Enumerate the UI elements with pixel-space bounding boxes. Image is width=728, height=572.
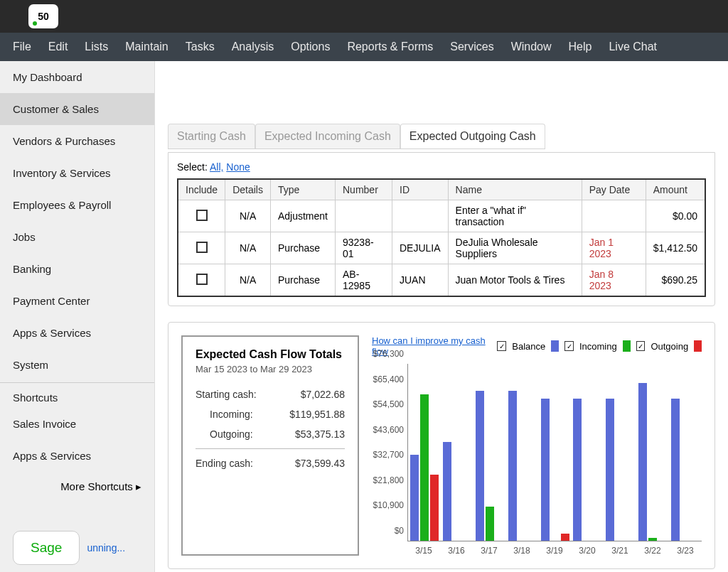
cell-id	[392, 200, 449, 232]
cell-details: N/A	[225, 264, 271, 297]
cash-flow-tabs: Starting Cash Expected Incoming Cash Exp…	[168, 124, 545, 149]
table-row: N/APurchaseAB-12985JUANJuan Motor Tools …	[178, 264, 705, 297]
bar-balance	[410, 455, 419, 541]
col-number: Number	[336, 179, 392, 200]
menu-window[interactable]: Window	[511, 41, 552, 53]
legend-outgoing-checkbox[interactable]: ✓	[636, 341, 646, 351]
shortcut-apps-services[interactable]: Apps & Services	[0, 440, 154, 472]
table-row: N/APurchase93238-01DEJULIADeJulia Wholes…	[178, 232, 705, 264]
bar-balance	[573, 399, 582, 541]
col-amount: Amount	[646, 179, 705, 200]
bar-group	[408, 364, 441, 541]
shortcut-sales-invoice[interactable]: Sales Invoice	[0, 408, 154, 440]
legend-balance-swatch	[551, 340, 559, 352]
cell-amount: $0.00	[646, 200, 705, 232]
menu-reports-forms[interactable]: Reports & Forms	[347, 41, 433, 53]
chart-legend: How can I improve my cash flow ✓ Balance…	[372, 335, 702, 357]
col-name: Name	[448, 179, 582, 200]
bar-balance	[508, 391, 517, 541]
expected-cash-flow-totals-card: Expected Cash Flow Totals Mar 15 2023 to…	[181, 335, 359, 556]
bar-outgoing	[561, 534, 569, 541]
cell-details: N/A	[225, 232, 271, 264]
incoming-value: $119,951.88	[289, 409, 345, 420]
running-status: unning...	[87, 542, 125, 554]
legend-balance-label: Balance	[512, 341, 545, 352]
totals-date-range: Mar 15 2023 to Mar 29 2023	[196, 364, 345, 374]
brand-logo: Sage	[13, 531, 80, 565]
y-axis-tick: $43,600	[368, 425, 404, 435]
menu-maintain[interactable]: Maintain	[125, 41, 168, 53]
select-label: Select:	[177, 161, 208, 173]
starting-cash-value: $7,022.68	[301, 389, 345, 400]
bar-balance	[606, 399, 614, 541]
menubar: File Edit Lists Maintain Tasks Analysis …	[0, 33, 728, 61]
bar-incoming	[648, 538, 657, 541]
menu-file[interactable]: File	[13, 41, 31, 53]
menu-services[interactable]: Services	[450, 41, 493, 53]
bar-group	[669, 364, 702, 541]
table-row: N/AAdjustmentEnter a "what if" transacti…	[178, 200, 705, 232]
sidebar-item-banking[interactable]: Banking	[0, 253, 154, 285]
x-axis-tick: 3/22	[636, 541, 669, 556]
select-none-link[interactable]: None	[226, 161, 250, 173]
legend-incoming-label: Incoming	[579, 341, 617, 352]
more-shortcuts-link[interactable]: More Shortcuts ▸	[0, 472, 154, 502]
x-axis-tick: 3/16	[440, 541, 473, 556]
menu-lists[interactable]: Lists	[85, 41, 108, 53]
cell-paydate: Jan 1 2023	[582, 232, 646, 264]
sidebar-item-my-dashboard[interactable]: My Dashboard	[0, 61, 154, 93]
cell-name: DeJulia Wholesale Suppliers	[448, 232, 582, 264]
sidebar-item-vendors-purchases[interactable]: Vendors & Purchases	[0, 125, 154, 157]
sidebar-item-payment-center[interactable]: Payment Center	[0, 285, 154, 317]
sidebar-item-inventory-services[interactable]: Inventory & Services	[0, 157, 154, 189]
bar-group	[506, 364, 539, 541]
include-checkbox[interactable]	[196, 242, 208, 253]
select-all-link[interactable]: All,	[210, 161, 223, 173]
menu-live-chat[interactable]: Live Chat	[609, 41, 657, 53]
cell-amount: $1,412.50	[646, 232, 705, 264]
y-axis-tick: $65,400	[368, 374, 404, 384]
col-id: ID	[392, 179, 449, 200]
outgoing-transactions-table: Include Details Type Number ID Name Pay …	[177, 178, 706, 297]
legend-balance-checkbox[interactable]: ✓	[497, 341, 506, 351]
sidebar-item-jobs[interactable]: Jobs	[0, 221, 154, 253]
sidebar-item-employees-payroll[interactable]: Employees & Payroll	[0, 189, 154, 221]
outgoing-label: Outgoing:	[196, 428, 253, 440]
legend-incoming-checkbox[interactable]: ✓	[564, 341, 574, 351]
menu-tasks[interactable]: Tasks	[186, 41, 215, 53]
cell-type: Adjustment	[270, 200, 335, 232]
sidebar: My Dashboard Customer & Sales Vendors & …	[0, 61, 155, 572]
cell-number: AB-12985	[336, 264, 392, 297]
bar-incoming	[420, 394, 429, 541]
tab-starting-cash[interactable]: Starting Cash	[168, 124, 255, 149]
incoming-label: Incoming:	[196, 409, 253, 420]
menu-help[interactable]: Help	[569, 41, 592, 53]
tab-expected-incoming-cash[interactable]: Expected Incoming Cash	[255, 124, 400, 149]
y-axis-tick: $10,900	[368, 500, 404, 510]
bar-group	[441, 364, 473, 541]
cell-details: N/A	[225, 200, 271, 232]
cell-number: 93238-01	[336, 232, 392, 264]
y-axis-tick: $21,800	[368, 475, 404, 485]
outgoing-cash-panel: Select: All, None Include Details Type N…	[168, 152, 715, 306]
include-checkbox[interactable]	[196, 210, 208, 221]
bar-group	[604, 364, 636, 541]
tab-expected-outgoing-cash[interactable]: Expected Outgoing Cash	[400, 124, 545, 149]
cell-id: DEJULIA	[392, 232, 449, 264]
sidebar-item-apps-services[interactable]: Apps & Services	[0, 317, 154, 349]
menu-analysis[interactable]: Analysis	[232, 41, 274, 53]
cell-number	[336, 200, 392, 232]
x-axis-tick: 3/21	[604, 541, 636, 556]
cash-flow-bar-chart: $0$10,900$21,800$32,700$43,600$54,500$65…	[407, 364, 702, 541]
shortcuts-heading: Shortcuts	[0, 384, 154, 408]
outgoing-value: $53,375.13	[295, 428, 345, 440]
cell-id: JUAN	[392, 264, 449, 297]
bar-balance	[541, 399, 550, 541]
x-axis-tick: 3/23	[669, 541, 702, 556]
include-checkbox[interactable]	[196, 274, 208, 285]
sidebar-item-customer-sales[interactable]: Customer & Sales	[0, 93, 154, 125]
sidebar-item-system[interactable]: System	[0, 349, 154, 381]
menu-options[interactable]: Options	[291, 41, 330, 53]
menu-edit[interactable]: Edit	[48, 41, 68, 53]
cell-paydate: Jan 8 2023	[582, 264, 646, 297]
